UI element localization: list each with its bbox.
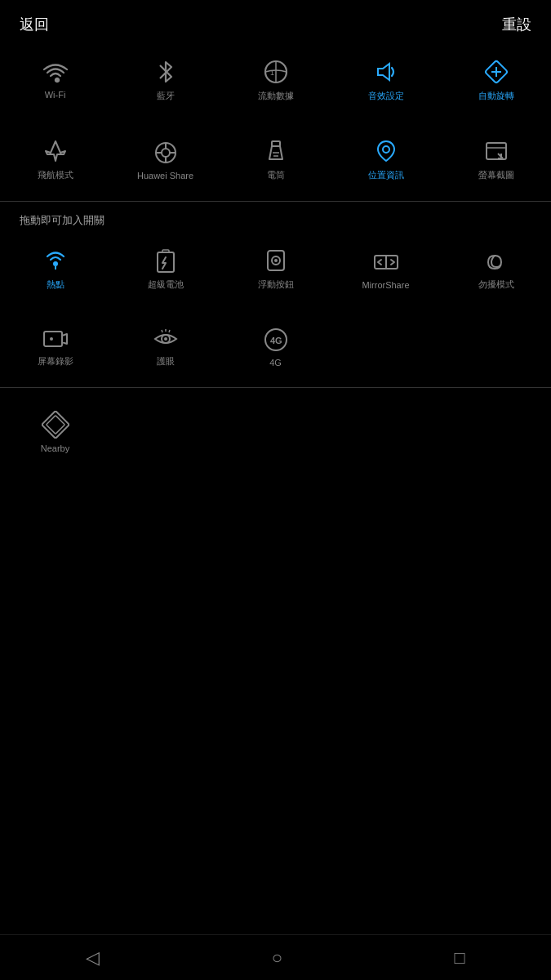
section-label: 拖動即可加入開關 <box>0 202 551 231</box>
flashlight-icon <box>264 138 287 164</box>
screen-record-label: 屏幕錄影 <box>38 355 73 368</box>
huawei-share-icon <box>153 140 179 166</box>
svg-rect-40 <box>42 411 69 439</box>
location-icon <box>373 138 399 164</box>
svg-marker-3 <box>378 64 389 80</box>
wifi-icon <box>42 62 69 85</box>
screen-record-icon <box>42 327 69 350</box>
rotate-label: 自動旋轉 <box>478 90 514 102</box>
rotate-toggle[interactable]: 自動旋轉 <box>441 49 551 112</box>
4g-icon: 4G <box>263 327 289 353</box>
quick-toggle-row4: 屏幕錄影 護眼 4G 4G <box>0 310 551 387</box>
huawei-share-label: Huawei Share <box>137 171 193 180</box>
dnd-toggle[interactable]: 勿擾模式 <box>441 238 551 301</box>
floating-label: 浮動按鈕 <box>258 278 294 291</box>
sound-icon <box>373 59 399 85</box>
eye-care-label: 護眼 <box>157 355 175 368</box>
quick-toggle-row2: 飛航模式 Huawei Share 電筒 <box>0 122 551 201</box>
data-toggle[interactable]: 1 流動數據 <box>220 49 331 112</box>
hotspot-toggle[interactable]: 熱點 <box>0 238 110 301</box>
svg-text:1: 1 <box>270 69 274 77</box>
svg-text:4G: 4G <box>270 336 282 345</box>
flashlight-toggle[interactable]: 電筒 <box>220 128 331 191</box>
screenshot-icon <box>483 138 509 164</box>
super-battery-icon <box>154 247 177 274</box>
mirrorshare-icon <box>373 249 399 275</box>
huawei-share-toggle[interactable]: Huawei Share <box>110 128 220 191</box>
nav-back-button[interactable]: ◁ <box>69 941 116 975</box>
hotspot-label: 熱點 <box>47 278 64 291</box>
nav-recent-button[interactable]: □ <box>438 941 481 975</box>
4g-toggle[interactable]: 4G 4G <box>220 317 331 377</box>
bluetooth-toggle[interactable]: 藍牙 <box>110 49 220 112</box>
eye-care-icon <box>153 327 179 350</box>
floating-toggle[interactable]: 浮動按鈕 <box>220 238 331 301</box>
nearby-toggle[interactable]: Nearby <box>0 401 110 463</box>
nav-home-button[interactable]: ○ <box>256 941 299 975</box>
nearby-icon <box>42 411 69 439</box>
nearby-section: Nearby <box>0 388 551 473</box>
screenshot-label: 螢幕截圖 <box>478 169 514 181</box>
data-icon: 1 <box>263 59 289 85</box>
svg-line-37 <box>169 330 170 332</box>
sound-label: 音效設定 <box>368 90 404 102</box>
svg-point-8 <box>162 149 170 157</box>
hotspot-icon <box>42 247 69 274</box>
dnd-label: 勿擾模式 <box>478 278 514 291</box>
data-label: 流動數據 <box>258 90 294 102</box>
svg-line-35 <box>162 330 162 332</box>
screen-record-toggle[interactable]: 屏幕錄影 <box>0 317 110 377</box>
eye-care-toggle[interactable]: 護眼 <box>110 317 220 377</box>
4g-label: 4G <box>269 358 282 368</box>
bluetooth-label: 藍牙 <box>157 90 175 102</box>
header: 返回 重設 <box>0 0 551 42</box>
bluetooth-icon <box>154 59 177 85</box>
super-battery-label: 超級電池 <box>148 278 184 291</box>
quick-toggle-row3: 熱點 超級電池 浮動按鈕 <box>0 231 551 310</box>
rotate-icon <box>483 59 509 85</box>
svg-point-34 <box>164 337 167 341</box>
nearby-label: Nearby <box>41 443 69 453</box>
flashlight-label: 電筒 <box>267 169 285 181</box>
svg-rect-17 <box>487 143 506 159</box>
screenshot-toggle[interactable]: 螢幕截圖 <box>441 128 551 191</box>
svg-point-28 <box>274 259 278 262</box>
wifi-toggle[interactable]: Wi-Fi <box>0 49 110 112</box>
location-label: 位置資訊 <box>368 169 404 181</box>
floating-icon <box>264 247 287 274</box>
back-button[interactable]: 返回 <box>20 15 49 34</box>
super-battery-toggle[interactable]: 超級電池 <box>110 238 220 301</box>
quick-toggle-row1: Wi-Fi 藍牙 1 流動數據 音效設定 <box>0 42 551 122</box>
mirrorshare-label: MirrorShare <box>362 280 409 290</box>
svg-point-22 <box>53 261 58 266</box>
location-toggle[interactable]: 位置資訊 <box>331 128 441 191</box>
dnd-icon <box>483 247 509 274</box>
svg-point-32 <box>50 337 53 341</box>
sound-toggle[interactable]: 音效設定 <box>331 49 441 112</box>
airplane-toggle[interactable]: 飛航模式 <box>0 128 110 191</box>
svg-rect-25 <box>162 250 169 252</box>
wifi-label: Wi-Fi <box>45 90 66 100</box>
airplane-icon <box>42 138 69 164</box>
reset-button[interactable]: 重設 <box>502 15 531 34</box>
bottom-nav: ◁ ○ □ <box>0 934 551 980</box>
airplane-label: 飛航模式 <box>38 169 73 181</box>
svg-point-16 <box>383 146 389 153</box>
mirrorshare-toggle[interactable]: MirrorShare <box>331 238 441 301</box>
